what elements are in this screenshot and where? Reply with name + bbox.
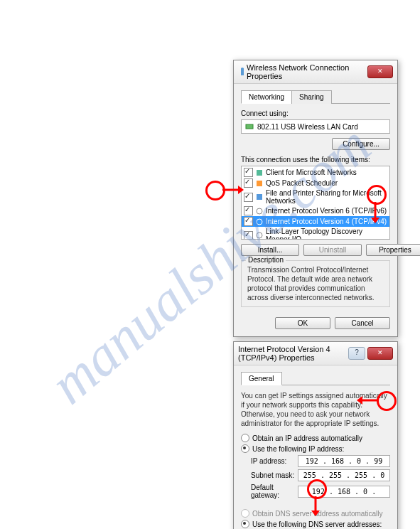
uninstall-button: Uninstall <box>303 244 362 256</box>
svg-marker-13 <box>371 218 379 223</box>
gateway-label: Default gateway: <box>251 483 298 499</box>
install-button[interactable]: Install... <box>241 244 299 256</box>
items-label: This connection uses the following items… <box>241 156 390 164</box>
callout-arrow-icon <box>222 183 244 196</box>
svg-rect-3 <box>257 170 262 176</box>
adapter-icon <box>245 122 254 131</box>
svg-marker-15 <box>357 396 362 405</box>
callout-circle <box>377 391 397 411</box>
list-item[interactable]: Internet Protocol Version 6 (TCP/IPv6) <box>242 205 389 216</box>
description-text: Transmission Control Protocol/Internet P… <box>247 265 384 302</box>
radio-icon <box>241 509 249 518</box>
adapter-box: 802.11 USB Wireless LAN Card <box>241 119 390 134</box>
ip-label: IP address: <box>251 457 298 465</box>
properties-button[interactable]: Properties <box>366 244 420 256</box>
svg-point-8 <box>257 233 262 238</box>
description-title: Description <box>246 256 286 264</box>
svg-point-6 <box>257 208 262 214</box>
svg-marker-11 <box>238 186 244 194</box>
close-icon[interactable]: ✕ <box>367 65 393 78</box>
radio-icon[interactable] <box>241 520 249 528</box>
radio-ip-auto[interactable]: Obtain an IP address automatically <box>241 434 390 442</box>
subnet-label: Subnet mask: <box>251 471 298 479</box>
checkbox-icon[interactable] <box>244 178 253 188</box>
list-item[interactable]: Link-Layer Topology Discovery Mapper I/O <box>242 227 389 240</box>
svg-rect-4 <box>257 181 262 186</box>
callout-arrow-icon <box>357 394 378 407</box>
tab-general[interactable]: General <box>241 372 282 385</box>
ok-button[interactable]: OK <box>275 317 330 329</box>
item-label: QoS Packet Scheduler <box>266 179 338 187</box>
callout-arrow-icon <box>309 496 322 516</box>
titlebar-text: Internet Protocol Version 4 (TCP/IPv4) P… <box>238 345 348 362</box>
item-label: Client for Microsoft Networks <box>266 169 357 176</box>
checkbox-icon[interactable] <box>244 231 253 240</box>
tab-sharing[interactable]: Sharing <box>291 90 331 104</box>
checkbox-icon[interactable] <box>244 193 253 202</box>
radio-label: Obtain an IP address automatically <box>252 434 362 442</box>
network-icon <box>238 68 247 76</box>
list-item-selected[interactable]: Internet Protocol Version 4 (TCP/IPv4) <box>242 216 389 227</box>
svg-point-1 <box>241 68 244 70</box>
subnet-field[interactable]: 255 . 255 . 255 . 0 <box>298 469 390 481</box>
tabs: General <box>241 371 390 385</box>
radio-label: Use the following DNS server addresses: <box>252 520 382 528</box>
checkbox-icon[interactable] <box>244 206 253 215</box>
protocol-icon <box>255 207 264 215</box>
protocol-icon <box>255 218 264 226</box>
cancel-button[interactable]: Cancel <box>335 317 390 329</box>
tabs: Networking Sharing <box>241 90 390 104</box>
svg-rect-5 <box>257 194 262 200</box>
help-icon[interactable]: ? <box>348 347 365 360</box>
radio-dns-manual[interactable]: Use the following DNS server addresses: <box>241 520 390 528</box>
tab-networking[interactable]: Networking <box>241 90 292 104</box>
radio-ip-manual[interactable]: Use the following IP address: <box>241 444 390 453</box>
item-label: Link-Layer Topology Discovery Mapper I/O <box>266 228 387 240</box>
configure-button[interactable]: Configure... <box>332 138 390 150</box>
ip-field[interactable]: 192 . 168 . 0 . 99 <box>298 455 390 467</box>
client-icon <box>255 169 264 177</box>
adapter-name: 802.11 USB Wireless LAN Card <box>257 123 358 131</box>
callout-arrow-icon <box>369 202 382 223</box>
connect-using-label: Connect using: <box>241 109 390 117</box>
svg-point-7 <box>257 219 262 225</box>
titlebar-text: Wireless Network Connection Properties <box>247 63 367 80</box>
protocol-icon <box>255 231 264 240</box>
svg-marker-17 <box>311 511 320 516</box>
share-icon <box>255 193 264 201</box>
list-item[interactable]: Client for Microsoft Networks <box>242 167 389 178</box>
svg-rect-2 <box>246 124 253 129</box>
radio-label: Use the following IP address: <box>252 445 344 453</box>
radio-icon[interactable] <box>241 444 249 453</box>
checkbox-icon[interactable] <box>244 168 253 177</box>
radio-icon[interactable] <box>241 434 249 442</box>
close-icon[interactable]: ✕ <box>367 347 393 360</box>
list-item[interactable]: QoS Packet Scheduler <box>242 178 389 188</box>
checkbox-icon[interactable] <box>244 217 253 226</box>
titlebar[interactable]: Internet Protocol Version 4 (TCP/IPv4) P… <box>234 342 397 365</box>
qos-icon <box>255 179 264 188</box>
description-group: Description Transmission Control Protoco… <box>241 260 390 307</box>
titlebar[interactable]: Wireless Network Connection Properties ✕ <box>234 60 397 84</box>
items-listbox[interactable]: Client for Microsoft Networks QoS Packet… <box>241 166 390 240</box>
